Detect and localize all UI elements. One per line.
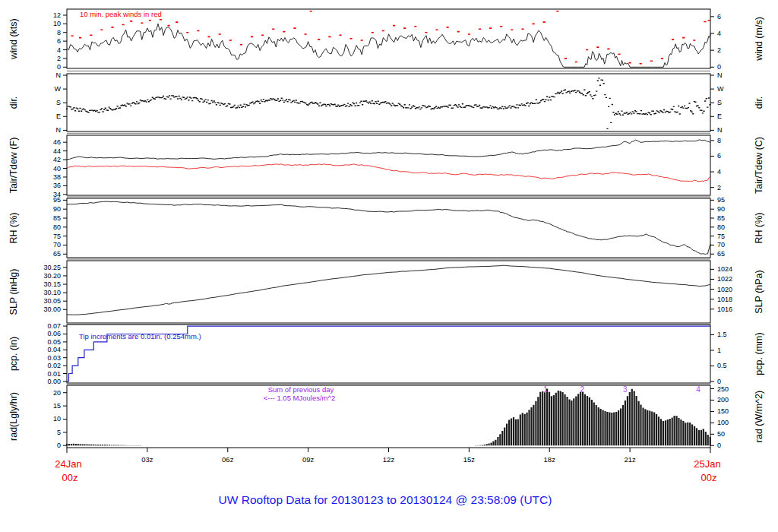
tick-label: 12 <box>53 11 61 19</box>
panel-pcp-left-axis: 0.000.010.020.030.040.050.060.07 <box>47 322 67 385</box>
tick-label: 15 <box>53 402 61 410</box>
panel-slp-frame <box>67 261 710 323</box>
x-axis-tick-label: 09z <box>302 455 315 464</box>
tick-label: 95 <box>53 196 61 204</box>
tick-label: 200 <box>717 396 729 404</box>
tick-label: 1024 <box>717 265 732 273</box>
panel-rh: 6570758085909565707580859095RH (%)RH (%) <box>8 196 764 259</box>
panel-dir-left-axis: NWSEN <box>55 71 68 134</box>
tick-label: 8 <box>717 137 721 144</box>
panel-slp: 30.0030.0530.1030.1530.2030.251016101810… <box>8 261 764 324</box>
panel-rh-frame <box>67 198 710 258</box>
wind-peak-annotation: 10 min. peak winds in red <box>80 10 162 18</box>
x-axis-tick-label: 18z <box>544 455 556 464</box>
panel-rad-right-axis: 050100150200250 <box>710 385 729 450</box>
x-axis-end-date: 25Jan <box>694 458 720 470</box>
tick-label: 30.00 <box>43 306 61 313</box>
panel-wind-right-axis: 0246 <box>710 13 721 71</box>
panel-rh-right-unit-label: RH (%) <box>754 213 764 244</box>
tick-label: 70 <box>53 241 61 249</box>
tick-label: 0.00 <box>47 378 61 385</box>
tick-label: 1020 <box>717 286 732 293</box>
tick-label: 6 <box>57 37 61 45</box>
tick-label: 6 <box>717 152 721 160</box>
tick-label: 5 <box>57 429 61 436</box>
tick-label: 0.04 <box>47 346 61 353</box>
panel-rad: 05101520050100150200250rad(Lgly/hr)rad (… <box>8 385 764 450</box>
tick-label: 0 <box>717 63 721 71</box>
tick-label: 10 <box>53 20 61 27</box>
panel-rad-left-unit-label: rad(Lgly/hr) <box>8 392 19 441</box>
tick-label: 6 <box>717 13 721 21</box>
panel-slp-left-unit-label: SLP (inHg) <box>8 269 19 315</box>
tick-label: 0.02 <box>47 362 61 369</box>
tick-label: 95 <box>717 196 725 204</box>
tick-label: N <box>56 126 62 134</box>
tick-label: 0.03 <box>47 354 61 362</box>
tick-label: 4 <box>717 30 721 37</box>
tick-label: 46 <box>53 138 61 146</box>
panel-temp-frame <box>67 135 710 195</box>
rad-sum-annotation-line1: Sum of previous day <box>268 385 334 394</box>
panel-slp-left-axis: 30.0030.0530.1030.1530.2030.25 <box>43 264 67 313</box>
pcp-tip-annotation: Tip increments are 0.01in. (0.254mm.) <box>79 332 201 340</box>
tick-label: 2 <box>717 184 721 192</box>
tick-label: 90 <box>717 205 725 213</box>
panel-rad-left-axis: 05101520 <box>53 389 67 449</box>
panel-pcp-right-unit-label: pcp. (mm) <box>754 332 764 375</box>
tick-label: 38 <box>53 173 61 181</box>
tick-label: 1022 <box>717 275 732 283</box>
rad-event-marker: 3 <box>623 385 628 394</box>
tick-label: 1016 <box>717 306 732 313</box>
panel-rad-right-unit-label: rad (W/m^2) <box>754 391 764 442</box>
panel-temp-right-unit-label: Tair/Tdew (C) <box>754 137 764 194</box>
x-axis-start-hour: 00z <box>62 472 78 483</box>
tick-label: 65 <box>717 250 725 258</box>
tick-label: N <box>717 71 723 79</box>
tick-label: 0.06 <box>47 330 61 337</box>
tick-label: 90 <box>53 205 61 213</box>
tick-label: 0 <box>717 442 721 449</box>
panel-wind-left-unit-label: wind (kts) <box>8 18 19 59</box>
tick-label: 30.10 <box>43 289 61 296</box>
tick-label: 42 <box>53 156 61 163</box>
tick-label: 10 <box>53 415 61 423</box>
tick-label: S <box>717 99 722 106</box>
tick-label: 40 <box>53 165 61 173</box>
tick-label: 80 <box>53 223 61 231</box>
tick-label: N <box>717 126 723 134</box>
tick-label: 50 <box>717 430 725 438</box>
tick-label: 1.5 <box>717 331 727 338</box>
x-axis-tick-label: 12z <box>383 455 395 464</box>
tick-label: 36 <box>53 182 61 189</box>
tick-label: 30.15 <box>43 280 61 288</box>
x-axis-start-date: 24Jan <box>55 458 81 470</box>
panel-wind-frame <box>67 9 710 68</box>
tick-label: N <box>56 71 62 79</box>
tick-label: 0 <box>57 442 61 449</box>
tick-label: 2 <box>717 46 721 54</box>
tick-label: E <box>717 112 722 120</box>
tick-label: W <box>55 85 62 93</box>
tick-label: 80 <box>717 223 725 231</box>
panel-dir-left-unit-label: dir. <box>8 97 19 109</box>
tick-label: 0.01 <box>47 370 61 378</box>
tick-label: 1018 <box>717 296 732 303</box>
panel-pcp-left-unit-label: pcp. (in) <box>8 337 19 371</box>
tick-label: 20 <box>53 389 61 397</box>
rad-event-marker: 1 <box>543 385 548 394</box>
panel-rh-right-axis: 65707580859095 <box>710 196 725 258</box>
tick-label: 85 <box>53 214 61 222</box>
tick-label: 0.05 <box>47 338 61 346</box>
x-axis-tick-label: 06z <box>222 455 234 464</box>
rad-event-marker: 2 <box>580 385 585 394</box>
panel-temp-right-axis: 2468 <box>710 137 721 192</box>
rad-sum-annotation-line2: <--- 1.05 MJoules/m^2 <box>264 394 335 402</box>
panel-slp-right-unit-label: SLP (hPa) <box>754 270 764 313</box>
panel-pcp-right-axis: 00.511.5 <box>710 331 727 385</box>
panel-temp: 343638404244462468Tair/Tdew (F)Tair/Tdew… <box>8 135 764 198</box>
rad-event-marker: 4 <box>696 385 701 394</box>
tick-label: W <box>717 85 724 93</box>
tick-label: 75 <box>53 233 61 240</box>
tick-label: 30.25 <box>43 264 61 271</box>
